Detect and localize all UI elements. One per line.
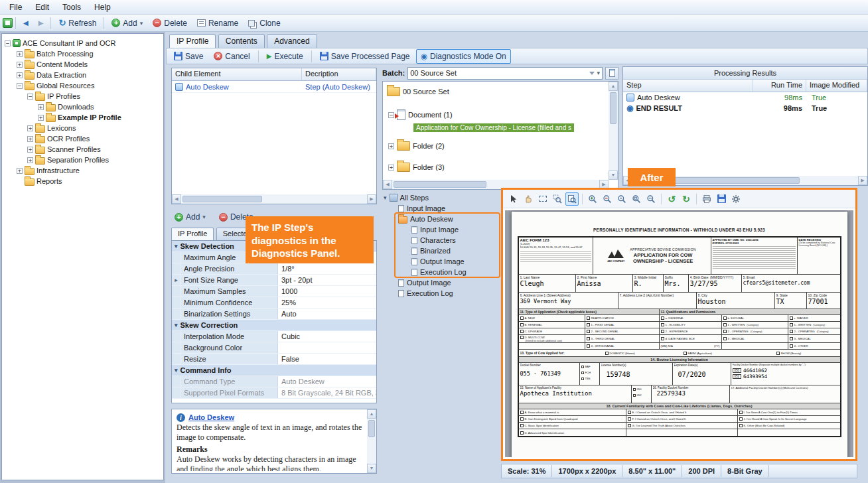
step-deskew-input-image[interactable]: Input Image bbox=[382, 224, 500, 235]
property-name[interactable]: Minimum Confidence bbox=[181, 297, 278, 308]
nav-item-data-extraction[interactable]: +Data Extraction bbox=[5, 70, 163, 80]
scroll-up-icon[interactable]: ▲ bbox=[609, 82, 618, 91]
menu-help[interactable]: Help bbox=[88, 1, 117, 14]
chevron-down-icon[interactable]: ▾ bbox=[175, 243, 178, 249]
property-value[interactable]: 3pt - 20pt bbox=[278, 275, 376, 285]
scroll-down-icon[interactable]: ▼ bbox=[367, 464, 376, 473]
menu-edit[interactable]: Edit bbox=[29, 1, 56, 14]
property-value[interactable]: Auto bbox=[278, 309, 376, 319]
vertical-scrollbar[interactable]: ▲ ▼ bbox=[367, 409, 376, 473]
execute-button[interactable]: ▶Execute bbox=[262, 49, 308, 64]
property-name[interactable]: Background Color bbox=[181, 342, 278, 353]
property-row[interactable]: Background Color bbox=[172, 342, 376, 354]
scrollbar-thumb[interactable] bbox=[182, 196, 262, 202]
property-name[interactable]: Font Size Range bbox=[181, 275, 278, 285]
expander-icon[interactable]: + bbox=[27, 157, 33, 163]
zoom-actual-size-icon[interactable] bbox=[615, 192, 628, 206]
tab-ip-profile-props[interactable]: IP Profile bbox=[171, 228, 214, 240]
step-deskew-output-image[interactable]: Output Image bbox=[382, 256, 500, 267]
zoom-window-icon[interactable] bbox=[565, 192, 579, 206]
step-execution-log[interactable]: Execution Log bbox=[382, 288, 500, 299]
filter-icon[interactable] bbox=[589, 72, 595, 78]
scroll-up-icon[interactable]: ▲ bbox=[367, 409, 376, 419]
chevron-down-icon[interactable]: ▾ bbox=[597, 70, 600, 76]
pointer-icon[interactable] bbox=[507, 192, 520, 206]
scroll-left-icon[interactable]: ◀ bbox=[172, 194, 181, 204]
scrollbar-thumb[interactable] bbox=[368, 420, 375, 437]
nav-item-downloads[interactable]: +Downloads bbox=[5, 102, 163, 112]
tab-contents[interactable]: Contents bbox=[218, 34, 265, 48]
property-row[interactable]: Supported Pixel Formats8 Bit Grayscale, … bbox=[172, 387, 376, 399]
scroll-right-icon[interactable]: ▶ bbox=[858, 176, 867, 185]
expander-icon[interactable]: + bbox=[38, 104, 44, 110]
batch-node-folder-2[interactable]: +Folder (2) bbox=[388, 141, 445, 151]
property-name[interactable]: Angle Precision bbox=[181, 263, 278, 274]
rotate-ccw-icon[interactable]: ↺ bbox=[665, 192, 678, 206]
expander-icon[interactable]: + bbox=[38, 115, 44, 121]
document-canvas[interactable]: PERSONALLY IDENTIFIABLE INFORMATION - WI… bbox=[505, 210, 853, 457]
property-category[interactable]: ▾Command Info bbox=[172, 365, 376, 376]
horizontal-scrollbar[interactable]: ◀ ▶ bbox=[172, 194, 376, 204]
column-description[interactable]: Decription bbox=[302, 68, 376, 80]
nav-item-global-resources[interactable]: −Global Resources bbox=[5, 80, 163, 91]
diagnostics-mode-button[interactable]: ◉Diagnostics Mode On bbox=[416, 49, 511, 64]
nav-item-scanner-profiles[interactable]: +Scanner Profiles bbox=[5, 144, 163, 155]
property-value[interactable]: Cubic bbox=[278, 331, 376, 342]
property-row[interactable]: Maximum Samples1000 bbox=[172, 286, 376, 297]
expander-icon[interactable]: + bbox=[17, 168, 23, 174]
property-name[interactable]: Resize bbox=[181, 354, 278, 364]
nav-item-separation-profiles[interactable]: +Separation Profiles bbox=[5, 155, 163, 165]
chevron-down-icon[interactable]: ▾ bbox=[175, 322, 178, 328]
property-row[interactable]: Minimum Confidence25% bbox=[172, 297, 376, 309]
print-icon[interactable] bbox=[700, 192, 713, 206]
scroll-right-icon[interactable]: ▶ bbox=[367, 194, 376, 204]
expander-icon[interactable]: − bbox=[388, 112, 394, 118]
batch-node-source-set[interactable]: 00 Source Set bbox=[387, 87, 449, 96]
help-title-link[interactable]: Auto Deskew bbox=[188, 413, 234, 421]
expander-icon[interactable]: + bbox=[17, 72, 23, 78]
expander-icon[interactable]: + bbox=[388, 143, 394, 149]
property-row[interactable]: Angle Precision1/8° bbox=[172, 263, 376, 275]
nav-item-infrastructure[interactable]: +Infrastructure bbox=[5, 165, 163, 176]
step-input-image[interactable]: Input Image bbox=[382, 203, 500, 214]
save-image-icon[interactable] bbox=[715, 192, 728, 206]
property-row[interactable]: ▸Font Size Range3pt - 20pt bbox=[172, 275, 376, 286]
batch-node-document-1[interactable]: −Document (1) bbox=[388, 109, 453, 120]
chevron-down-icon[interactable]: ▾ bbox=[384, 194, 387, 201]
forward-button[interactable]: ▶ bbox=[34, 16, 48, 31]
zoom-fit-width-icon[interactable] bbox=[644, 192, 658, 206]
rename-button[interactable]: Rename bbox=[192, 16, 243, 31]
column-run-time[interactable]: Run Time bbox=[753, 80, 806, 92]
step-deskew-characters[interactable]: Characters bbox=[382, 235, 500, 245]
vertical-scrollbar[interactable]: ▲ ▼ bbox=[609, 82, 618, 180]
expander-icon[interactable]: − bbox=[27, 94, 33, 100]
property-row[interactable]: Interpolation ModeCubic bbox=[172, 331, 376, 342]
property-category[interactable]: ▾Skew Correction bbox=[172, 320, 376, 331]
step-deskew-execution-log[interactable]: Execution Log bbox=[382, 267, 500, 277]
property-value[interactable]: 1000 bbox=[278, 286, 376, 297]
column-child-element[interactable]: Child Element bbox=[172, 68, 302, 80]
scroll-left-icon[interactable]: ◀ bbox=[383, 180, 392, 189]
menu-file[interactable]: File bbox=[3, 1, 29, 14]
scroll-down-icon[interactable]: ▼ bbox=[609, 171, 618, 180]
property-value[interactable] bbox=[278, 342, 376, 353]
expand-icon[interactable]: ▸ bbox=[172, 275, 181, 285]
step-deskew-binarized[interactable]: Binarized bbox=[382, 245, 500, 256]
nav-item-ip-profiles[interactable]: −IP Profiles bbox=[5, 91, 163, 102]
child-element-link[interactable]: Auto Deskew bbox=[186, 83, 229, 91]
expander-icon[interactable]: + bbox=[27, 125, 33, 131]
table-row[interactable]: ◉END RESULT 98ms True bbox=[623, 103, 867, 113]
zoom-region-icon[interactable] bbox=[551, 192, 564, 206]
nav-item-content-models[interactable]: +Content Models bbox=[5, 59, 163, 70]
scrollbar-thumb[interactable] bbox=[610, 92, 616, 124]
property-name[interactable]: Binarization Settings bbox=[181, 309, 278, 319]
property-value[interactable]: False bbox=[278, 354, 376, 364]
expander-icon[interactable]: + bbox=[388, 165, 394, 171]
cancel-button[interactable]: ×Cancel bbox=[209, 49, 254, 64]
column-image-modified[interactable]: Image Modified bbox=[806, 80, 867, 92]
table-row[interactable]: Auto Deskew 98ms True bbox=[623, 92, 867, 103]
batch-viewer-button[interactable] bbox=[605, 67, 618, 80]
step-all-steps[interactable]: ▾All Steps bbox=[382, 192, 500, 203]
add-child-button[interactable]: +Add▾ bbox=[170, 210, 210, 224]
scrollbar-thumb[interactable] bbox=[394, 181, 486, 188]
